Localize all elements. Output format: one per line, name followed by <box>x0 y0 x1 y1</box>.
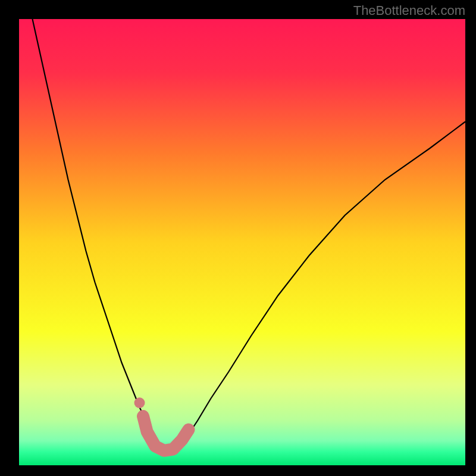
plot-background <box>19 19 465 465</box>
watermark-text: TheBottleneck.com <box>353 3 465 18</box>
bottleneck-chart <box>0 0 476 476</box>
chart-svg <box>0 0 476 476</box>
optimum-dot <box>134 397 145 408</box>
